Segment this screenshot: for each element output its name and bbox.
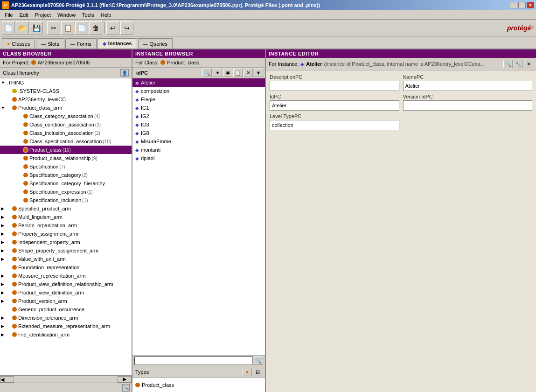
tree-item-generic-product[interactable]: Generic_product_occurrence [0, 305, 132, 314]
tab-slots[interactable]: ▬ Slots [36, 38, 64, 49]
inst-add-btn[interactable]: ✦ [213, 69, 222, 77]
minimize-button[interactable]: _ [510, 2, 517, 8]
tree-item-extended-measure[interactable]: ▶ Extended_measure_representation_arm [0, 322, 132, 330]
inst-item-montanti[interactable]: ◆ montanti [132, 146, 265, 154]
tree-item-multi-linguism[interactable]: ▶ Multi_linguism_arm [0, 213, 132, 221]
redo-button[interactable]: ↪ [120, 21, 133, 35]
inst-item-composizioni[interactable]: ◆ composizioni [132, 87, 265, 95]
tree-item-product-view-def[interactable]: ▶ Product_view_definition_arm [0, 288, 132, 297]
tree-item-class-inclusion[interactable]: Class_inclusion_association (2) [0, 129, 132, 137]
description-input[interactable] [270, 81, 399, 91]
inst-search-go-btn[interactable]: 🔍 [254, 357, 263, 365]
tree-item-ap236[interactable]: AP236entry_levelCC [0, 95, 132, 104]
specification-dot [23, 164, 28, 169]
menu-project[interactable]: Project [32, 11, 54, 19]
slots-tab-icon: ▬ [41, 41, 46, 46]
expand-product-class-arm[interactable]: ▼ [1, 105, 7, 110]
title-bar-left: P AP236example070506 Protégé 3.1.1 (file… [2, 1, 320, 9]
tree-item-class-condition[interactable]: Class_condition_association (2) [0, 120, 132, 129]
inst-item-ig8[interactable]: ◆ IG8 [132, 129, 265, 137]
expand-thing[interactable]: ▼ [1, 80, 7, 85]
id-input[interactable] [270, 100, 399, 111]
inst-copy-btn[interactable]: ✱ [223, 69, 232, 77]
tree-item-system-class[interactable]: :SYSTEM-CLASS [0, 87, 132, 95]
maximize-button[interactable]: □ [518, 2, 526, 8]
inst-paste-btn[interactable]: 📋 [233, 69, 243, 77]
copy-button[interactable]: 📋 [61, 21, 74, 35]
tree-item-measure-rep[interactable]: ▶ Measure_representation_arm [0, 272, 132, 280]
instance-info-text: (instance of Product_class, internal nam… [324, 61, 484, 67]
instance-list[interactable]: ◆ Atelier ◆ composizioni ◆ Elegie ◆ IG1 … [132, 78, 265, 355]
tree-item-class-category[interactable]: Class_category_association (4) [0, 112, 132, 120]
paste-button[interactable]: 📄 [75, 21, 88, 35]
tree-item-spec-cat-hier[interactable]: Specification_category_hierarchy [0, 179, 132, 188]
menu-file[interactable]: File [2, 11, 16, 19]
class-tree[interactable]: ▼ :THING :SYSTEM-CLASS AP236entry_levelC… [0, 78, 132, 375]
inst-dropdown-btn[interactable]: ▼ [254, 69, 263, 77]
types-add-btn[interactable]: ● [243, 368, 252, 376]
name-input[interactable] [403, 81, 533, 91]
instance-editor-header: INSTANCE EDITOR [266, 49, 536, 58]
tree-item-person-org[interactable]: ▶ Person_organization_arm [0, 221, 132, 230]
tree-item-value-unit[interactable]: ▶ Value_with_unit_arm [0, 255, 132, 263]
tree-item-file-identification[interactable]: ▶ File_identification_arm [0, 330, 132, 339]
tree-item-product-class[interactable]: Product_class (10) [0, 146, 132, 154]
tree-item-product-class-rel[interactable]: Product_class_relationship (9) [0, 154, 132, 162]
tree-item-product-class-arm[interactable]: ▼ Product_class_arm [0, 104, 132, 112]
hscroll-right-btn[interactable]: ▶ [118, 376, 132, 383]
inst-item-ripiani[interactable]: ◆ ripiani [132, 154, 265, 162]
inst-editor-search-btn[interactable]: 🔍 [503, 60, 513, 68]
open-button[interactable]: 📂 [16, 21, 29, 35]
tree-item-spec-inclusion[interactable]: Specification_inclusion (1) [0, 196, 132, 204]
inst-item-elegie[interactable]: ◆ Elegie [132, 95, 265, 104]
tree-item-dimension-tol[interactable]: ▶ Dimension_tolerance_arm [0, 314, 132, 322]
close-button[interactable]: ✕ [527, 2, 534, 8]
tree-item-product-view-def-rel[interactable]: ▶ Product_view_definition_relationship_a… [0, 280, 132, 288]
version-input[interactable] [403, 100, 533, 111]
tree-item-specified-product[interactable]: ▶ Specified_product_arm [0, 204, 132, 213]
tree-item-shape-prop[interactable]: ▶ Shape_property_assignement_arm [0, 246, 132, 255]
hierarchy-tool-btn[interactable]: 👤 [120, 69, 129, 77]
inst-item-ig3[interactable]: ◆ IG3 [132, 120, 265, 129]
inst-item-ig2[interactable]: ◆ IG2 [132, 112, 265, 120]
inst-item-misuraemme[interactable]: ◆ MisuraEmme [132, 137, 265, 146]
cut-button[interactable]: ✂ [47, 21, 60, 35]
save-button[interactable]: 💾 [30, 21, 43, 35]
inst-editor-close-btn[interactable]: ✕ [524, 60, 533, 68]
menu-edit[interactable]: Edit [17, 11, 31, 19]
instance-search-input[interactable] [134, 357, 253, 365]
new-button[interactable]: 📄 [2, 21, 15, 35]
menu-window[interactable]: Window [55, 11, 78, 19]
inst-delete-btn[interactable]: ✕ [244, 69, 253, 77]
tab-queries[interactable]: ▬ Queries [138, 38, 173, 49]
tree-item-class-spec[interactable]: Class_specification_association (10) [0, 137, 132, 146]
types-remove-btn[interactable]: ⊟ [253, 368, 262, 376]
tree-item-product-version[interactable]: ▶ Product_version_arm [0, 297, 132, 305]
menu-tools[interactable]: Tools [79, 11, 97, 19]
tree-item-thing[interactable]: ▼ :THING [0, 78, 132, 87]
title-bar: P AP236example070506 Protégé 3.1.1 (file… [0, 0, 536, 10]
inst-item-atelier[interactable]: ◆ Atelier [132, 78, 265, 87]
tree-item-independent-prop[interactable]: ▶ Independent_property_arm [0, 238, 132, 246]
delete-button[interactable]: 🗑 [89, 21, 102, 35]
inst-search-btn[interactable]: 🔍 [202, 69, 212, 77]
tab-instances[interactable]: ◆ Instances [97, 38, 137, 49]
inst-item-ig1[interactable]: ◆ IG1 [132, 104, 265, 112]
tree-item-spec-expression[interactable]: Specification_expression (1) [0, 188, 132, 196]
tree-item-property-assign[interactable]: ▶ Property_assignment_arm [0, 230, 132, 238]
tree-item-spec-category[interactable]: Specification_category (2) [0, 171, 132, 179]
description-label: DescriptionPC [270, 74, 399, 80]
type-item-product-class[interactable]: Product_class [142, 382, 174, 388]
inst-editor-config-btn[interactable]: 🔧 [514, 60, 523, 68]
tree-item-specification[interactable]: Specification (7) [0, 162, 132, 171]
menu-help[interactable]: Help [98, 11, 114, 19]
class-tree-hscroll[interactable]: ◀ ▶ [0, 375, 132, 383]
level-type-input[interactable] [270, 120, 399, 130]
tab-classes[interactable]: ● Classes [2, 38, 35, 49]
tree-item-foundation-rep[interactable]: Foundation_representation [0, 263, 132, 272]
tab-forms[interactable]: ▬ Forms [65, 38, 97, 49]
hscroll-left-btn[interactable]: ◀ [0, 376, 14, 383]
class-search-icon[interactable]: 🔍 [122, 384, 130, 392]
types-section: Types ● ⊟ Product_class [132, 366, 265, 392]
undo-button[interactable]: ↩ [106, 21, 119, 35]
